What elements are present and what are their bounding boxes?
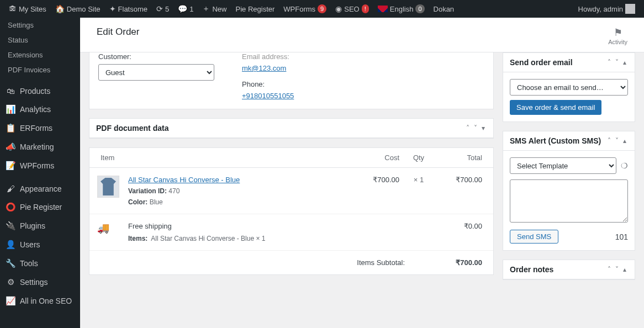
toggle-icon[interactable]: ▴: [621, 57, 628, 67]
subtotal-label: Items Subtotal:: [357, 258, 405, 267]
sms-textarea[interactable]: [510, 179, 628, 223]
flatsome-link[interactable]: ✦Flatsome: [105, 0, 152, 18]
sms-help-icon[interactable]: ❍: [621, 161, 628, 170]
wpforms-link[interactable]: WPForms 9: [279, 0, 331, 18]
subtotal-value: ₹700.00: [438, 258, 482, 267]
phone-label: Phone:: [242, 80, 294, 88]
pie-register-label: Pie Register: [236, 5, 275, 13]
sidebar-sub-label: Status: [8, 36, 28, 44]
sidebar-item-products[interactable]: 🛍Products: [0, 82, 80, 100]
site-name-link[interactable]: 🏠Demo Site: [51, 0, 105, 18]
appearance-icon: 🖌: [6, 184, 15, 193]
updates-link[interactable]: ⟳5: [152, 0, 173, 18]
email-select[interactable]: Choose an email to send…: [510, 79, 628, 96]
admin-bar-right: Howdy, admin: [574, 0, 640, 18]
sidebar-item-wpforms[interactable]: 📝WPForms: [0, 156, 80, 175]
toggle-icon[interactable]: ▾: [480, 123, 487, 133]
activity-label: Activity: [608, 39, 627, 45]
sidebar-item-analytics[interactable]: 📊Analytics: [0, 100, 80, 119]
seo-icon: ◉: [335, 4, 342, 13]
pieregister-icon: ⭕: [6, 202, 15, 212]
header-qty: Qty: [399, 154, 438, 162]
language-link[interactable]: English 0: [373, 0, 429, 18]
main-column: Customer: Guest Email address: mk@123.co…: [89, 52, 494, 328]
sms-template-select[interactable]: Select Template: [510, 157, 616, 174]
sms-char-count: 101: [615, 232, 628, 241]
sidebar-item-tools[interactable]: 🔧Tools: [0, 254, 80, 273]
customer-label: Customer:: [98, 52, 220, 61]
sidebar-sub-label: PDF Invoices: [8, 66, 50, 74]
plugins-icon: 🔌: [6, 221, 15, 231]
howdy-label: Howdy, admin: [578, 5, 623, 13]
avatar-icon: [625, 4, 635, 14]
move-down-icon[interactable]: ˅: [472, 123, 479, 133]
move-up-icon[interactable]: ˄: [464, 123, 471, 133]
header-item: Item: [89, 154, 350, 162]
email-link[interactable]: mk@123.com: [242, 64, 286, 72]
sidebar-sub-label: Settings: [8, 21, 34, 29]
seo-link[interactable]: ◉SEO !: [331, 0, 373, 18]
sidebar-item-settings[interactable]: ⚙Settings: [0, 273, 80, 292]
seo-badge: !: [362, 4, 369, 13]
sidebar-item-marketing[interactable]: 📣Marketing: [0, 137, 80, 156]
color-label: Color:: [128, 198, 147, 206]
dokan-link[interactable]: Dokan: [429, 0, 459, 18]
sidebar-item-label: Settings: [20, 278, 48, 287]
sidebar-item-erforms[interactable]: 📋ERForms: [0, 119, 80, 137]
page-title: Edit Order: [97, 27, 139, 38]
sidebar-sub-status[interactable]: Status: [0, 33, 80, 47]
items-box: Item Cost Qty Total All Star Canvas Hi C…: [89, 147, 494, 275]
admin-sidebar: Settings Status Extensions PDF Invoices …: [0, 18, 80, 328]
wpforms-badge: 9: [318, 4, 326, 13]
sidebar-item-label: Pie Register: [20, 203, 62, 211]
sidebar-sub-settings[interactable]: Settings: [0, 18, 80, 33]
howdy-link[interactable]: Howdy, admin: [574, 0, 640, 18]
sidebar-sub-label: Extensions: [8, 51, 43, 59]
order-notes-controls: ˄ ˅ ▴: [606, 264, 628, 274]
customer-field: Customer: Guest: [98, 52, 220, 100]
sidebar-item-users[interactable]: 👤Users: [0, 235, 80, 254]
phone-link[interactable]: +918010551055: [242, 92, 294, 100]
save-send-email-button[interactable]: Save order & send email: [510, 100, 601, 115]
sidebar-item-aioseo[interactable]: 📈All in One SEO: [0, 292, 80, 310]
send-sms-button[interactable]: Send SMS: [510, 230, 558, 244]
sidebar-sub-pdfinvoices[interactable]: PDF Invoices: [0, 62, 80, 77]
move-down-icon[interactable]: ˅: [614, 264, 620, 274]
product-thumbnail[interactable]: [97, 176, 119, 198]
my-sites-label: My Sites: [19, 5, 46, 13]
main-content: Edit Order ⚑ Activity Customer: Guest: [80, 18, 644, 328]
sidebar-sub-extensions[interactable]: Extensions: [0, 47, 80, 62]
sms-alert-header: SMS Alert (Custom SMS) ˄ ˅ ▴: [503, 131, 635, 151]
activity-flag-icon: ⚑: [608, 27, 627, 39]
pdf-box-title: PDF document data: [96, 124, 168, 133]
pie-register-link[interactable]: Pie Register: [231, 0, 279, 18]
sms-alert-title: SMS Alert (Custom SMS): [510, 136, 601, 145]
new-link[interactable]: ＋New: [198, 0, 231, 18]
admin-bar-left: 🏚My Sites 🏠Demo Site ✦Flatsome ⟳5 💬1 ＋Ne…: [4, 0, 458, 18]
shirt-icon: [101, 178, 116, 195]
sidebar-item-label: Analytics: [20, 105, 51, 114]
sidebar-item-pieregister[interactable]: ⭕Pie Register: [0, 198, 80, 216]
send-email-title: Send order email: [510, 58, 573, 67]
move-up-icon[interactable]: ˄: [606, 264, 613, 274]
sidebar-item-plugins[interactable]: 🔌Plugins: [0, 216, 80, 235]
comments-icon: 💬: [178, 4, 187, 13]
move-down-icon[interactable]: ˅: [614, 136, 620, 146]
pdf-box-controls: ˄ ˅ ▾: [464, 123, 487, 133]
my-sites-link[interactable]: 🏚My Sites: [4, 0, 51, 18]
subtotal-row: Items Subtotal: ₹700.00: [89, 251, 493, 274]
sidebar-item-label: Tools: [20, 259, 38, 268]
toggle-icon[interactable]: ▴: [621, 136, 628, 146]
move-up-icon[interactable]: ˄: [606, 136, 613, 146]
shipping-info: Free shipping Items: All Star Canvas Hi …: [119, 222, 438, 242]
move-down-icon[interactable]: ˅: [614, 57, 620, 67]
product-name-link[interactable]: All Star Canvas Hi Converse - Blue: [128, 176, 240, 184]
customer-select[interactable]: Guest: [98, 64, 214, 81]
sidebar-item-appearance[interactable]: 🖌Appearance: [0, 179, 80, 198]
comments-link[interactable]: 💬1: [173, 0, 198, 18]
activity-button[interactable]: ⚑ Activity: [608, 27, 627, 45]
line-item-info: All Star Canvas Hi Converse - Blue Varia…: [119, 176, 350, 206]
toggle-icon[interactable]: ▴: [621, 264, 628, 274]
settings-icon: ⚙: [6, 277, 15, 287]
move-up-icon[interactable]: ˄: [606, 57, 613, 67]
